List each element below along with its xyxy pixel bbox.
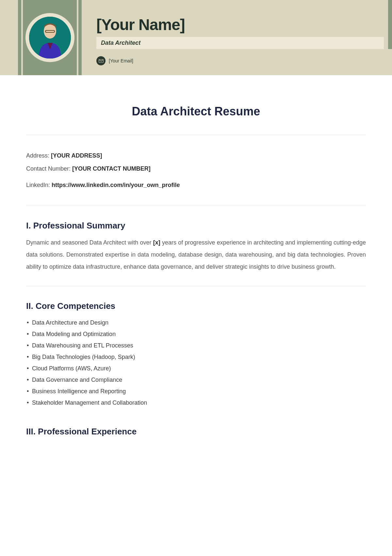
role-bar: Data Architect	[96, 37, 384, 49]
competencies-list: Data Architecture and Design Data Modeli…	[26, 317, 366, 409]
competencies-title: II. Core Competencies	[26, 301, 366, 311]
list-item: Cloud Platforms (AWS, Azure)	[26, 363, 366, 374]
avatar	[29, 17, 71, 59]
list-item: Data Warehousing and ETL Processes	[26, 340, 366, 351]
phone-value: [YOUR CONTACT NUMBER]	[72, 165, 151, 172]
address-label: Address:	[26, 152, 51, 159]
linkedin-value: https://www.linkedin.com/in/your_own_pro…	[52, 182, 180, 188]
contact-linkedin: LinkedIn: https://www.linkedin.com/in/yo…	[26, 179, 366, 191]
document-title: Data Architect Resume	[26, 105, 366, 118]
summary-years: [x]	[153, 239, 160, 246]
address-value: [YOUR ADDRESS]	[51, 152, 102, 159]
summary-text: Dynamic and seasoned Data Architect with…	[26, 237, 366, 273]
email-text: [Your Email]	[109, 58, 133, 63]
divider	[26, 135, 366, 135]
list-item: Data Modeling and Optimization	[26, 329, 366, 340]
contact-phone: Contact Number: [YOUR CONTACT NUMBER]	[26, 163, 366, 175]
linkedin-label: LinkedIn:	[26, 182, 52, 188]
content: Data Architect Resume Address: [YOUR ADD…	[0, 75, 392, 456]
avatar-placeholder-icon	[29, 17, 71, 59]
avatar-ring	[25, 13, 74, 62]
list-item: Big Data Technologies (Hadoop, Spark)	[26, 351, 366, 363]
divider	[26, 206, 366, 206]
phone-label: Contact Number:	[26, 165, 72, 172]
email-row: [Your Email]	[96, 56, 382, 65]
name-heading: [Your Name]	[96, 16, 382, 34]
contact-address: Address: [YOUR ADDRESS]	[26, 150, 366, 161]
list-item: Data Governance and Compliance	[26, 374, 366, 386]
experience-title: III. Professional Experience	[26, 427, 366, 437]
list-item: Business Intelligence and Reporting	[26, 386, 366, 397]
summary-title: I. Professional Summary	[26, 221, 366, 231]
email-icon	[96, 56, 106, 65]
right-edge-accent	[388, 0, 392, 49]
summary-pre: Dynamic and seasoned Data Architect with…	[26, 239, 153, 246]
list-item: Data Architecture and Design	[26, 317, 366, 329]
list-item: Stakeholder Management and Collaboration	[26, 397, 366, 409]
header-band: [Your Name] Data Architect [Your Email]	[0, 0, 392, 75]
divider	[26, 286, 366, 286]
header-text: [Your Name] Data Architect [Your Email]	[96, 16, 382, 65]
contact-block: Address: [YOUR ADDRESS] Contact Number: …	[26, 150, 366, 191]
